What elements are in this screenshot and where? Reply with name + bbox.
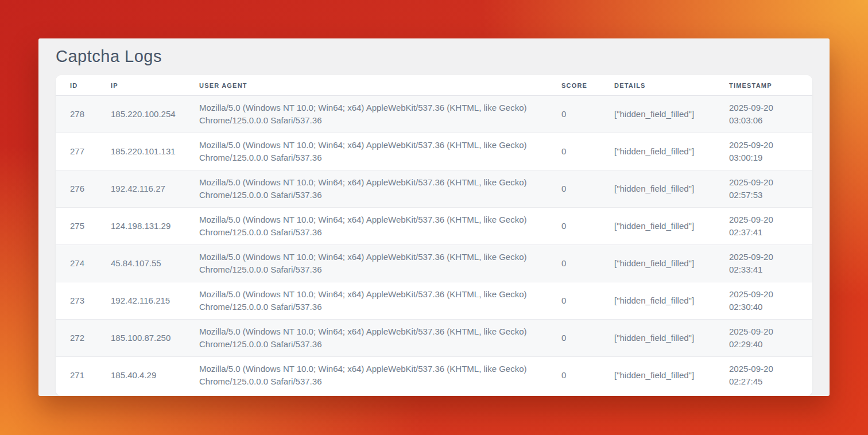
cell-details: ["hidden_field_filled"] xyxy=(614,320,729,357)
column-header-id: ID xyxy=(56,75,111,96)
cell-user-agent: Mozilla/5.0 (Windows NT 10.0; Win64; x64… xyxy=(199,282,561,320)
cell-user-agent: Mozilla/5.0 (Windows NT 10.0; Win64; x64… xyxy=(199,245,561,282)
column-header-score: SCORE xyxy=(561,75,614,96)
page-title: Captcha Logs xyxy=(56,38,812,75)
cell-user-agent: Mozilla/5.0 (Windows NT 10.0; Win64; x64… xyxy=(199,357,561,394)
cell-id: 278 xyxy=(56,96,111,133)
cell-user-agent: Mozilla/5.0 (Windows NT 10.0; Win64; x64… xyxy=(199,320,561,357)
cell-timestamp: 2025-09-20 02:37:41 xyxy=(729,208,812,245)
table-row: 27445.84.107.55Mozilla/5.0 (Windows NT 1… xyxy=(56,245,812,282)
cell-timestamp: 2025-09-20 03:03:06 xyxy=(729,96,812,133)
cell-score: 0 xyxy=(561,96,614,133)
table-row: 273192.42.116.215Mozilla/5.0 (Windows NT… xyxy=(56,282,812,320)
cell-user-agent: Mozilla/5.0 (Windows NT 10.0; Win64; x64… xyxy=(199,170,561,208)
cell-user-agent: Mozilla/5.0 (Windows NT 10.0; Win64; x64… xyxy=(199,96,561,133)
cell-details: ["hidden_field_filled"] xyxy=(614,208,729,245)
cell-timestamp: 2025-09-20 02:29:40 xyxy=(729,320,812,357)
cell-id: 274 xyxy=(56,245,111,282)
table-row: 275124.198.131.29Mozilla/5.0 (Windows NT… xyxy=(56,208,812,245)
cell-details: ["hidden_field_filled"] xyxy=(614,133,729,170)
table-row: 272185.100.87.250Mozilla/5.0 (Windows NT… xyxy=(56,320,812,357)
cell-score: 0 xyxy=(561,357,614,394)
cell-details: ["hidden_field_filled"] xyxy=(614,170,729,208)
cell-score: 0 xyxy=(561,208,614,245)
cell-user-agent: Mozilla/5.0 (Windows NT 10.0; Win64; x64… xyxy=(199,133,561,170)
cell-id: 272 xyxy=(56,320,111,357)
cell-details: ["hidden_field_filled"] xyxy=(614,245,729,282)
cell-ip: 124.198.131.29 xyxy=(111,208,199,245)
cell-ip: 185.40.4.29 xyxy=(111,357,199,394)
cell-id: 276 xyxy=(56,170,111,208)
cell-id: 277 xyxy=(56,133,111,170)
table-row: 276192.42.116.27Mozilla/5.0 (Windows NT … xyxy=(56,170,812,208)
cell-ip: 45.84.107.55 xyxy=(111,245,199,282)
table-row: 278185.220.100.254Mozilla/5.0 (Windows N… xyxy=(56,96,812,133)
column-header-ip: IP xyxy=(111,75,199,96)
table-header-row: ID IP USER AGENT SCORE DETAILS TIMESTAMP xyxy=(56,75,812,96)
cell-timestamp: 2025-09-20 02:33:41 xyxy=(729,245,812,282)
cell-details: ["hidden_field_filled"] xyxy=(614,282,729,320)
column-header-user-agent: USER AGENT xyxy=(199,75,561,96)
cell-score: 0 xyxy=(561,282,614,320)
cell-timestamp: 2025-09-20 02:57:53 xyxy=(729,170,812,208)
cell-ip: 185.220.100.254 xyxy=(111,96,199,133)
cell-ip: 185.100.87.250 xyxy=(111,320,199,357)
table-header: ID IP USER AGENT SCORE DETAILS TIMESTAMP xyxy=(56,75,812,96)
logs-table: ID IP USER AGENT SCORE DETAILS TIMESTAMP… xyxy=(56,75,812,394)
cell-score: 0 xyxy=(561,320,614,357)
cell-score: 0 xyxy=(561,245,614,282)
cell-ip: 192.42.116.215 xyxy=(111,282,199,320)
cell-timestamp: 2025-09-20 02:27:45 xyxy=(729,357,812,394)
table-row: 271185.40.4.29Mozilla/5.0 (Windows NT 10… xyxy=(56,357,812,394)
cell-ip: 192.42.116.27 xyxy=(111,170,199,208)
column-header-details: DETAILS xyxy=(614,75,729,96)
table-body: 278185.220.100.254Mozilla/5.0 (Windows N… xyxy=(56,96,812,394)
cell-user-agent: Mozilla/5.0 (Windows NT 10.0; Win64; x64… xyxy=(199,208,561,245)
page-background: { "page": { "title": "Captcha Logs" }, "… xyxy=(0,0,868,435)
cell-timestamp: 2025-09-20 03:00:19 xyxy=(729,133,812,170)
captcha-logs-card: Captcha Logs ID IP USER AGENT SCORE DETA… xyxy=(38,38,830,396)
cell-score: 0 xyxy=(561,133,614,170)
logs-table-container: ID IP USER AGENT SCORE DETAILS TIMESTAMP… xyxy=(56,75,812,396)
cell-details: ["hidden_field_filled"] xyxy=(614,96,729,133)
cell-timestamp: 2025-09-20 02:30:40 xyxy=(729,282,812,320)
cell-score: 0 xyxy=(561,170,614,208)
cell-id: 275 xyxy=(56,208,111,245)
column-header-timestamp: TIMESTAMP xyxy=(729,75,812,96)
cell-id: 273 xyxy=(56,282,111,320)
cell-details: ["hidden_field_filled"] xyxy=(614,357,729,394)
cell-ip: 185.220.101.131 xyxy=(111,133,199,170)
table-row: 277185.220.101.131Mozilla/5.0 (Windows N… xyxy=(56,133,812,170)
cell-id: 271 xyxy=(56,357,111,394)
